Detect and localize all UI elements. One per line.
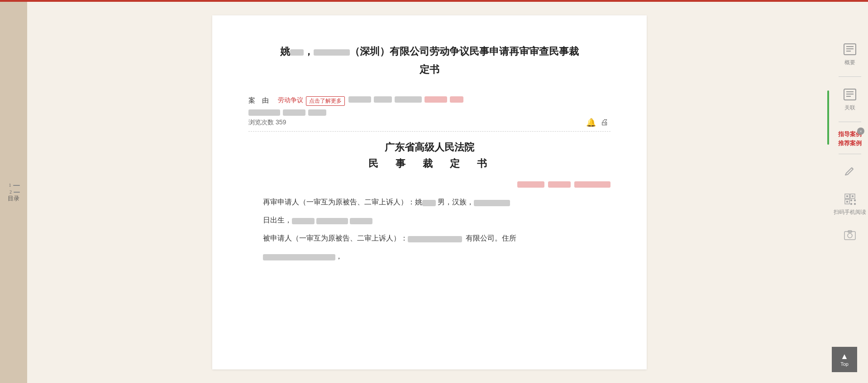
document-area: 姚，（深圳）有限公司劳动争议民事申请再审审查民事裁 定书 案 由 劳动争议 点击… [27,2,832,383]
ruling-type: 民 事 裁 定 书 [248,157,610,170]
document-body: 再审申请人（一审互为原被告、二审上诉人）：姚 男，汉族， 日出生， 被申请人（一… [248,195,610,264]
scroll-indicator [827,90,829,145]
svg-rect-16 [854,199,856,201]
case-info-row: 案 由 劳动争议 点击了解更多 [248,96,610,106]
blurred-case-num3 [574,181,610,188]
toc-num-1: 1 [7,183,11,188]
left-sidebar: 1 2 目录 [0,2,27,383]
svg-rect-15 [850,199,852,201]
svg-line-8 [852,168,853,169]
svg-rect-14 [846,201,848,203]
blurred-case-num1 [517,181,544,188]
blurred-address-full [263,254,335,260]
sidebar-divider-1 [839,76,861,77]
right-sidebar: 概要 关联 × 指导案例 推荐案例 [832,2,868,383]
recommend-label[interactable]: 推荐案例 [838,139,862,147]
toc-num-2: 2 [7,189,12,194]
svg-rect-17 [850,203,852,205]
case-label: 案 由 [248,96,269,105]
blurred-extra1 [248,109,280,116]
blurred-field1 [348,96,371,103]
related-label: 关联 [844,104,855,112]
overview-label: 概要 [844,59,855,66]
blurred-field3 [395,96,422,103]
blurred-person-name [422,200,436,206]
view-count: 浏览次数 359 [248,118,286,127]
case-number-row [248,180,610,188]
related-icon [841,87,858,102]
body-para1: 再审申请人（一审互为原被告、二审上诉人）：姚 男，汉族， [248,195,610,209]
toc-icon: 1 2 [7,183,20,193]
blurred-company-short [314,49,350,56]
overview-icon [841,42,858,57]
blurred-name [290,49,304,56]
svg-rect-10 [846,195,848,197]
sidebar-divider-2 [839,122,861,122]
edit-icon [841,164,858,180]
blurred-birthdate [474,200,510,206]
blurred-field2 [374,96,392,103]
body-para1-cont: 日出生， [248,213,610,227]
svg-rect-18 [854,203,856,205]
svg-point-20 [848,233,852,238]
meta-left: 浏览次数 359 [248,118,286,127]
document-page: 姚，（深圳）有限公司劳动争议民事申请再审审查民事裁 定书 案 由 劳动争议 点击… [212,15,647,369]
body-para2-cont: ， [248,249,610,264]
top-red-bar [0,0,868,2]
top-arrow-icon: ▲ [840,352,849,360]
sidebar-divider-3 [839,154,861,154]
document-title: 姚，（深圳）有限公司劳动争议民事申请再审审查民事裁 定书 [248,43,610,78]
top-button[interactable]: ▲ Top [832,347,857,372]
top-label: Top [840,361,849,367]
blurred-respondent [408,236,462,242]
sidebar-item-scan[interactable]: 扫码手机阅读 [832,188,868,220]
body-para2: 被申请人（一审互为原被告、二审上诉人）： 有限公司。住所 [248,231,610,246]
blurred-pink2 [450,96,463,103]
blurred-extra3 [308,109,326,116]
blurred-address2 [316,218,348,224]
case-type-link[interactable]: 劳动争议 [278,96,303,104]
court-name: 广东省高级人民法院 [248,141,610,154]
toc-label: 目录 [8,194,19,203]
sidebar-item-overview[interactable]: 概要 [839,38,860,70]
toc-button[interactable]: 1 2 目录 [7,183,20,203]
blurred-address1 [292,218,315,224]
guiding-badge-group: × 指导案例 推荐案例 [838,130,862,147]
screenshot-icon [841,228,858,243]
meta-row: 浏览次数 359 🔔 🖨 [248,118,610,132]
toc-line-2 [14,192,20,193]
click-more-badge[interactable]: 点击了解更多 [306,96,345,106]
qr-icon [841,191,858,207]
blurred-case-num2 [548,181,571,188]
bell-icon[interactable]: 🔔 [586,118,596,128]
svg-rect-12 [852,195,854,197]
blurred-extra2 [283,109,305,116]
blurred-pink1 [424,96,447,103]
print-icon[interactable]: 🖨 [601,118,610,128]
case-row-extras [248,109,610,116]
close-guiding-button[interactable]: × [857,128,864,135]
scan-label: 扫码手机阅读 [834,208,866,216]
blurred-address3 [350,218,372,224]
toc-line-1 [13,185,20,186]
sidebar-item-related[interactable]: 关联 [839,83,860,115]
meta-icons: 🔔 🖨 [586,118,610,128]
sidebar-item-edit[interactable] [839,161,860,183]
sidebar-item-screenshot[interactable] [839,224,860,247]
